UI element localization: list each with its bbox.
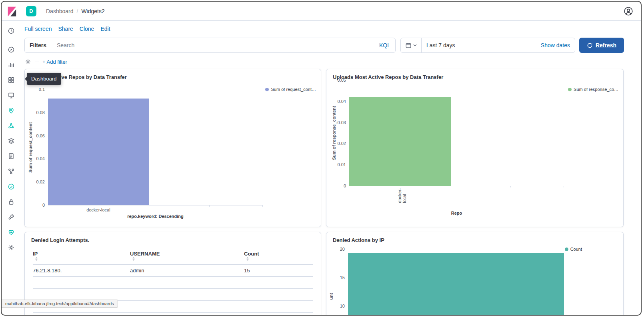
sidebar-item-ml[interactable] (2, 122, 21, 129)
dashboard-grid: ive Repos by Data Transfer Sum of reques… (21, 69, 641, 315)
y-axis-tick: 0.06 (36, 133, 45, 138)
sidebar-item-metrics[interactable] (2, 137, 21, 145)
cell-count: 15 (244, 265, 313, 277)
app-nav-rail (2, 21, 21, 315)
wrench-icon (8, 213, 15, 221)
panel-denied-actions: Denied Actions by IP Count unt 201510 (326, 232, 624, 315)
sidebar-item-logs[interactable] (2, 153, 21, 160)
main-content: Full screen Share Clone Edit Filters KQL… (21, 21, 641, 315)
downloads-bar-chart: Sum of request_cont… Sum of request_cont… (25, 69, 321, 227)
y-axis-title: unt (329, 293, 334, 300)
gear-icon (8, 244, 15, 251)
edit-link[interactable]: Edit (100, 26, 110, 34)
y-axis-tick: 0.02 (36, 179, 45, 184)
sidebar-item-uptime[interactable] (2, 183, 21, 190)
sidebar-item-apm[interactable] (2, 168, 21, 175)
clock-icon (8, 27, 15, 34)
sidebar-item-visualize[interactable] (2, 61, 21, 68)
chart-legend[interactable]: Sum of request_cont… (265, 87, 316, 92)
plot-area: 0.050.040.030.020.010 docker-local Repo (349, 80, 564, 186)
sidebar-item-canvas[interactable] (2, 92, 21, 99)
column-label: Count (244, 251, 259, 257)
uptime-check-icon (8, 183, 15, 190)
chevron-down-icon (413, 44, 417, 46)
legend-label: Count (570, 247, 582, 252)
legend-dot (565, 248, 568, 251)
chart-legend[interactable]: Count (565, 247, 582, 252)
breadcrumb-dashboard[interactable]: Dashboard (46, 8, 74, 14)
filters-button[interactable]: Filters (30, 42, 46, 48)
refresh-button[interactable]: Refresh (579, 38, 624, 53)
dashboard-toolbar: Full screen Share Clone Edit (21, 21, 641, 34)
full-screen-link[interactable]: Full screen (24, 26, 52, 34)
sidebar-item-security[interactable] (2, 198, 21, 205)
table-empty-row (33, 313, 313, 316)
filter-settings-gear-icon[interactable] (25, 58, 31, 65)
column-label: USERNAME (130, 251, 160, 257)
denied-actions-bar-chart: Count unt 201510 (326, 232, 623, 315)
x-tick-mark (209, 205, 210, 207)
table-row: 76.21.8.180. admin 15 (33, 265, 313, 277)
bar-docker-local[interactable] (48, 99, 149, 205)
user-avatar-icon (623, 6, 634, 16)
space-badge[interactable]: D (26, 6, 36, 16)
table-empty-row (33, 289, 313, 301)
layers-icon (8, 137, 15, 145)
sort-icon (132, 257, 135, 261)
show-dates-link[interactable]: Show dates (541, 42, 570, 48)
panel-downloads-repos: ive Repos by Data Transfer Sum of reques… (24, 69, 321, 227)
panel-title: Uploads Most Active Repos by Data Transf… (333, 74, 443, 80)
top-header: D Dashboard / Widgets2 (2, 2, 641, 21)
sidebar-item-recent[interactable] (2, 27, 21, 34)
ml-icon (8, 122, 15, 129)
column-header-username[interactable]: USERNAME (130, 248, 244, 265)
refresh-icon (587, 42, 593, 48)
share-link[interactable]: Share (58, 26, 73, 34)
legend-label: Sum of request_cont… (271, 87, 316, 92)
panel-uploads-repos: Uploads Most Active Repos by Data Transf… (326, 69, 624, 227)
add-filter-link[interactable]: + Add filter (42, 59, 67, 65)
sidebar-item-dashboard[interactable] (2, 76, 21, 84)
x-axis-title: Repo (451, 211, 462, 215)
bar-docker-local[interactable] (349, 97, 451, 186)
sidebar-item-maps[interactable] (2, 107, 21, 114)
panel-title: Denied Login Attempts. (31, 237, 89, 243)
legend-dot (265, 88, 269, 91)
table-empty-row (33, 277, 313, 289)
y-axis-tick: 0.04 (338, 99, 346, 104)
query-bar: Filters KQL (24, 38, 396, 53)
sidebar-item-discover[interactable] (2, 46, 21, 53)
y-axis-tick: 0.1 (39, 87, 45, 92)
date-picker-toggle[interactable] (401, 38, 422, 52)
calendar-icon (405, 42, 412, 48)
user-menu-button[interactable] (623, 6, 634, 16)
sidebar-item-devtools[interactable] (2, 213, 21, 221)
chart-legend[interactable]: Sum of response_co… (568, 87, 618, 92)
y-axis-tick: 0.01 (338, 162, 346, 167)
kibana-logo[interactable] (2, 6, 21, 17)
date-range-label[interactable]: Last 7 days (426, 42, 541, 48)
y-axis-title: Sum of request_content (28, 122, 33, 173)
bar-chart-icon (8, 61, 15, 68)
sidebar-item-monitoring[interactable] (2, 229, 21, 236)
legend-dot (568, 88, 572, 91)
panel-title: Denied Actions by IP (333, 237, 384, 243)
dashboard-tooltip: Dashboard (27, 73, 61, 85)
breadcrumb: Dashboard / Widgets2 (46, 8, 105, 14)
column-label: IP (33, 251, 38, 257)
x-tick-label: docker-local (86, 207, 110, 212)
column-header-ip[interactable]: IP (33, 248, 130, 265)
bar-denied-actions[interactable] (348, 253, 564, 315)
kql-button[interactable]: KQL (379, 42, 390, 48)
clone-link[interactable]: Clone (80, 26, 94, 34)
y-axis-tick: 15 (340, 275, 345, 280)
heartbeat-icon (8, 229, 15, 236)
logs-icon (8, 153, 15, 160)
search-input[interactable] (57, 42, 379, 48)
date-picker: Last 7 days Show dates (400, 38, 575, 53)
plot-area: 0.10.080.060.040.020 docker-local repo.k… (48, 89, 263, 205)
sidebar-item-management[interactable] (2, 244, 21, 251)
y-axis-tick: 0.02 (338, 141, 346, 146)
dashboard-grid-icon (8, 76, 15, 84)
column-header-count[interactable]: Count (244, 248, 313, 265)
